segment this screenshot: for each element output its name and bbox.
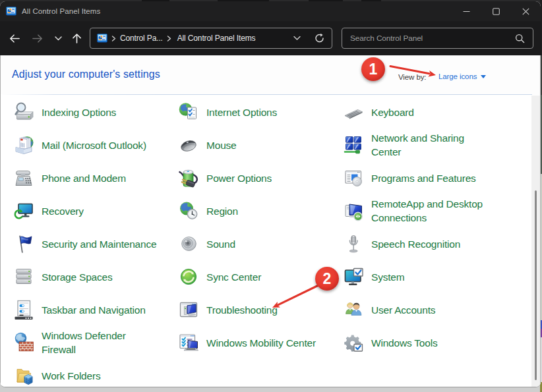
item-label: Sound xyxy=(206,237,235,251)
view-by-value[interactable]: Large icons xyxy=(438,72,477,80)
item-label: Network and SharingCenter xyxy=(371,131,464,159)
caption-buttons xyxy=(452,1,541,21)
work-folders-icon xyxy=(13,365,34,386)
item-label: Mail (Microsoft Outlook) xyxy=(42,138,146,152)
mail-icon xyxy=(13,134,34,155)
item-indexing-options[interactable]: Indexing Options xyxy=(13,101,116,123)
items-area: Indexing Options Internet Options Keyboa… xyxy=(0,95,541,387)
view-by-dropdown[interactable]: Large icons xyxy=(438,72,486,80)
item-label: RemoteApp and DesktopConnections xyxy=(371,197,483,225)
item-label: Programs and Features xyxy=(371,171,476,185)
item-label: Storage Spaces xyxy=(42,270,113,284)
annotation-badge-2: 2 xyxy=(315,267,339,291)
item-work-folders[interactable]: Work Folders xyxy=(13,365,100,386)
item-internet-options[interactable]: Internet Options xyxy=(178,101,277,123)
item-sound[interactable]: Sound xyxy=(178,233,235,254)
item-remoteapp-and-desktop-connections[interactable]: RemoteApp and DesktopConnections xyxy=(343,197,483,225)
item-label-line: Work Folders xyxy=(42,369,100,383)
view-by-caret-icon xyxy=(481,75,486,78)
item-label-line: Windows Defender xyxy=(42,329,126,343)
up-button[interactable] xyxy=(68,30,85,46)
item-recovery[interactable]: Recovery xyxy=(13,200,84,221)
item-keyboard[interactable]: Keyboard xyxy=(343,101,414,123)
user-accounts-icon xyxy=(343,299,364,320)
taskbar-and-navigation-icon xyxy=(13,299,34,320)
item-label: Sync Center xyxy=(206,270,261,284)
phone-and-modem-icon xyxy=(13,167,34,188)
item-label-line: User Accounts xyxy=(371,303,435,317)
speech-recognition-icon xyxy=(343,233,364,254)
recent-locations-button[interactable] xyxy=(49,30,67,46)
search-box[interactable]: Search Control Panel xyxy=(342,28,533,49)
storage-spaces-icon xyxy=(13,266,34,287)
windows-mobility-center-icon xyxy=(178,332,199,353)
item-label-line: Windows Tools xyxy=(371,336,438,350)
item-label-line: Region xyxy=(206,204,238,218)
item-mail-microsoft-outlook[interactable]: Mail (Microsoft Outlook) xyxy=(13,134,146,155)
breadcrumb-current[interactable]: All Control Panel Items xyxy=(177,34,256,43)
close-button[interactable] xyxy=(511,1,541,21)
item-windows-mobility-center[interactable]: Windows Mobility Center xyxy=(178,332,316,353)
remoteapp-desktop-connections-icon xyxy=(343,200,364,221)
item-label: Windows Tools xyxy=(371,336,438,350)
breadcrumb-root[interactable]: Control Pa... xyxy=(120,34,163,43)
minimize-button[interactable] xyxy=(452,1,481,21)
item-network-and-sharing-center[interactable]: Network and SharingCenter xyxy=(343,131,464,159)
item-label-line: Sync Center xyxy=(206,270,261,284)
region-icon xyxy=(178,200,199,221)
item-label-line: Connections xyxy=(371,211,483,225)
keyboard-icon xyxy=(343,101,364,123)
item-label-line: Recovery xyxy=(42,204,84,218)
scrollbar-track[interactable] xyxy=(531,96,540,387)
address-bar[interactable]: Control Pa... All Control Panel Items xyxy=(90,28,332,49)
windows-tools-icon xyxy=(343,332,364,353)
back-button[interactable] xyxy=(6,30,23,46)
item-label-line: Programs and Features xyxy=(371,171,476,185)
item-system[interactable]: System xyxy=(343,266,404,287)
sync-center-icon xyxy=(178,266,199,287)
item-phone-and-modem[interactable]: Phone and Modem xyxy=(13,167,126,188)
item-label-line: Internet Options xyxy=(206,105,277,119)
item-troubleshooting[interactable]: Troubleshooting xyxy=(178,299,278,320)
recovery-icon xyxy=(13,200,34,221)
item-label: Internet Options xyxy=(206,105,277,119)
control-panel-window: All Control Panel Items xyxy=(0,1,541,387)
troubleshooting-icon xyxy=(178,299,199,320)
item-taskbar-and-navigation[interactable]: Taskbar and Navigation xyxy=(13,299,146,320)
item-power-options[interactable]: Power Options xyxy=(178,167,272,188)
item-label: Power Options xyxy=(206,171,272,185)
item-label: Windows Mobility Center xyxy=(206,336,316,350)
titlebar: All Control Panel Items xyxy=(0,1,541,21)
power-options-icon xyxy=(178,167,199,188)
desktop-background-bottom xyxy=(0,387,542,392)
item-region[interactable]: Region xyxy=(178,200,238,221)
item-label: Phone and Modem xyxy=(42,171,126,185)
refresh-icon[interactable] xyxy=(315,34,324,43)
control-panel-icon xyxy=(6,6,16,16)
security-and-maintenance-icon xyxy=(13,233,34,254)
item-programs-and-features[interactable]: Programs and Features xyxy=(343,167,476,188)
item-windows-defender-firewall[interactable]: Windows DefenderFirewall xyxy=(13,329,126,356)
item-sync-center[interactable]: Sync Center xyxy=(178,266,261,287)
item-label-line: Phone and Modem xyxy=(42,171,126,185)
item-speech-recognition[interactable]: Speech Recognition xyxy=(343,233,460,254)
address-dropdown-icon[interactable] xyxy=(293,36,301,41)
item-storage-spaces[interactable]: Storage Spaces xyxy=(13,266,113,287)
scrollbar-thumb[interactable] xyxy=(535,190,537,380)
item-label: Security and Maintenance xyxy=(42,237,156,251)
item-label-line: Storage Spaces xyxy=(42,270,113,284)
item-user-accounts[interactable]: User Accounts xyxy=(343,299,435,320)
item-mouse[interactable]: Mouse xyxy=(178,134,237,155)
item-security-and-maintenance[interactable]: Security and Maintenance xyxy=(13,233,156,254)
breadcrumb-chevron-icon xyxy=(167,36,171,42)
programs-and-features-icon xyxy=(343,167,364,188)
item-windows-tools[interactable]: Windows Tools xyxy=(343,332,438,353)
mouse-icon xyxy=(178,134,199,155)
search-icon[interactable] xyxy=(515,34,525,43)
maximize-button[interactable] xyxy=(481,1,511,21)
forward-button[interactable] xyxy=(29,30,46,46)
search-placeholder: Search Control Panel xyxy=(350,34,515,43)
item-label-line: Center xyxy=(371,145,464,159)
page-title: Adjust your computer's settings xyxy=(12,69,160,80)
item-label-line: Mail (Microsoft Outlook) xyxy=(42,138,146,152)
